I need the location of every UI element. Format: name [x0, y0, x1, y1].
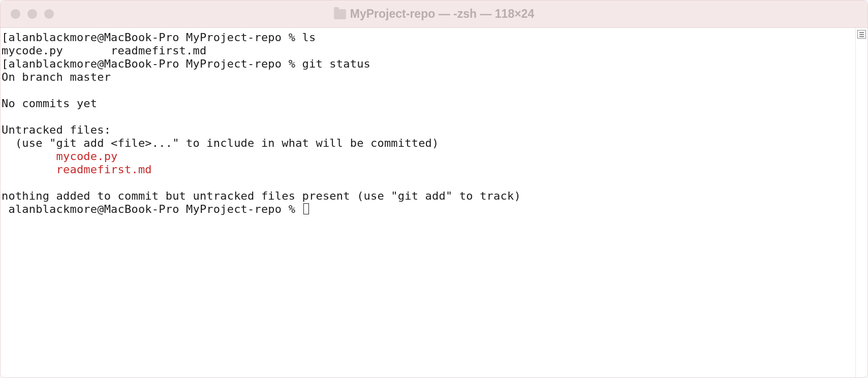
content-wrap: [alanblackmore@MacBook-Pro MyProject-rep…: [1, 28, 867, 377]
folder-icon: [334, 9, 346, 19]
prompt-line: [alanblackmore@MacBook-Pro MyProject-rep…: [2, 57, 370, 70]
window-title: MyProject-repo — -zsh — 118×24: [350, 7, 534, 21]
ls-output: mycode.py readmefirst.md: [2, 44, 206, 57]
prompt-current: alanblackmore@MacBook-Pro MyProject-repo…: [2, 203, 302, 215]
traffic-lights: [11, 9, 54, 19]
zoom-icon[interactable]: [44, 9, 54, 19]
terminal-window: MyProject-repo — -zsh — 118×24 [alanblac…: [0, 0, 868, 378]
terminal-output[interactable]: [alanblackmore@MacBook-Pro MyProject-rep…: [1, 28, 855, 377]
scrollbar[interactable]: [855, 28, 867, 377]
git-branch-line: On branch master: [2, 71, 111, 83]
git-summary: nothing added to commit but untracked fi…: [2, 190, 521, 202]
line-end-bracket: ]: [370, 57, 855, 70]
menu-icon[interactable]: [857, 30, 866, 39]
close-icon[interactable]: [11, 9, 20, 19]
git-untracked-header: Untracked files:: [2, 123, 111, 136]
git-no-commits: No commits yet: [2, 97, 97, 110]
git-untracked-file: mycode.py: [2, 150, 118, 163]
git-hint: (use "git add <file>..." to include in w…: [2, 137, 439, 149]
line-end-bracket: ]: [316, 31, 855, 44]
git-untracked-file: readmefirst.md: [2, 163, 152, 176]
prompt-line: [alanblackmore@MacBook-Pro MyProject-rep…: [2, 31, 316, 44]
title-wrap: MyProject-repo — -zsh — 118×24: [1, 7, 867, 21]
cursor-icon: [303, 203, 309, 214]
titlebar[interactable]: MyProject-repo — -zsh — 118×24: [1, 1, 867, 28]
minimize-icon[interactable]: [27, 9, 37, 19]
